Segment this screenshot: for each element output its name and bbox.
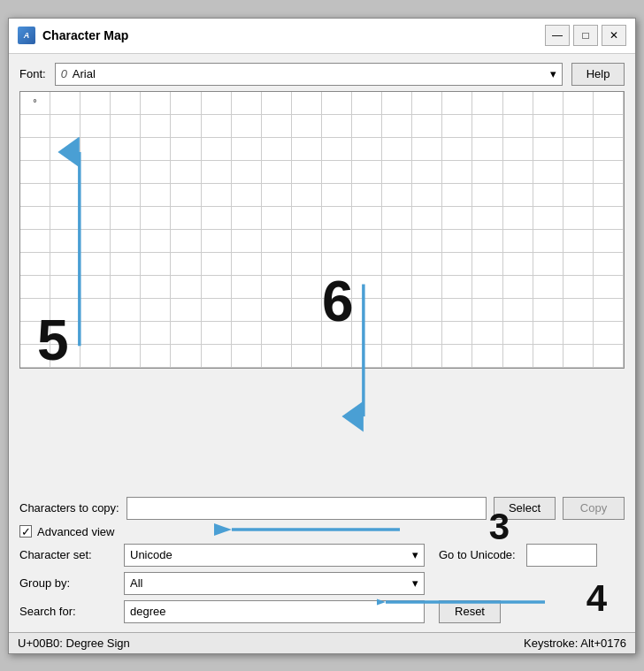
char-cell[interactable] bbox=[412, 230, 442, 253]
char-cell[interactable] bbox=[594, 299, 624, 322]
char-cell[interactable] bbox=[533, 253, 564, 276]
char-cell[interactable] bbox=[111, 184, 141, 207]
char-cell[interactable] bbox=[564, 115, 594, 138]
char-cell[interactable] bbox=[202, 115, 232, 138]
char-cell[interactable] bbox=[50, 276, 80, 299]
char-cell[interactable] bbox=[232, 92, 262, 115]
char-cell[interactable] bbox=[141, 253, 171, 276]
char-cell[interactable] bbox=[352, 276, 382, 299]
char-cell[interactable] bbox=[503, 230, 533, 253]
char-cell[interactable] bbox=[141, 230, 171, 253]
char-cell[interactable] bbox=[80, 299, 111, 322]
char-cell[interactable] bbox=[80, 115, 111, 138]
char-cell[interactable] bbox=[472, 253, 502, 276]
char-cell[interactable] bbox=[111, 115, 141, 138]
char-cell[interactable] bbox=[80, 184, 111, 207]
char-cell[interactable] bbox=[412, 207, 442, 230]
char-cell[interactable] bbox=[232, 207, 262, 230]
char-cell[interactable] bbox=[564, 299, 594, 322]
char-cell[interactable] bbox=[20, 138, 50, 161]
char-cell[interactable] bbox=[503, 299, 533, 322]
char-cell[interactable] bbox=[442, 345, 472, 368]
reset-button[interactable]: Reset bbox=[439, 600, 501, 623]
close-button[interactable]: ✕ bbox=[602, 25, 626, 46]
char-cell[interactable] bbox=[442, 184, 472, 207]
char-cell[interactable] bbox=[50, 207, 80, 230]
char-cell[interactable] bbox=[80, 345, 111, 368]
char-cell[interactable] bbox=[472, 207, 502, 230]
char-cell[interactable] bbox=[111, 230, 141, 253]
char-cell[interactable] bbox=[111, 207, 141, 230]
char-cell[interactable] bbox=[382, 115, 412, 138]
char-cell[interactable] bbox=[503, 207, 533, 230]
char-cell[interactable] bbox=[20, 253, 50, 276]
char-cell[interactable] bbox=[80, 253, 111, 276]
char-cell[interactable] bbox=[50, 253, 80, 276]
char-cell[interactable] bbox=[472, 276, 502, 299]
char-cell[interactable] bbox=[442, 138, 472, 161]
char-cell[interactable] bbox=[50, 161, 80, 184]
char-cell[interactable] bbox=[322, 92, 352, 115]
char-cell[interactable] bbox=[503, 184, 533, 207]
char-cell[interactable] bbox=[262, 138, 292, 161]
char-cell[interactable] bbox=[352, 138, 382, 161]
char-cell[interactable] bbox=[503, 322, 533, 345]
char-cell[interactable] bbox=[232, 184, 262, 207]
char-cell[interactable] bbox=[533, 138, 564, 161]
char-cell[interactable] bbox=[442, 276, 472, 299]
char-cell[interactable] bbox=[232, 138, 262, 161]
char-cell[interactable] bbox=[322, 230, 352, 253]
char-cell[interactable] bbox=[472, 92, 502, 115]
char-cell[interactable] bbox=[503, 138, 533, 161]
char-cell[interactable] bbox=[322, 115, 352, 138]
char-cell[interactable] bbox=[232, 253, 262, 276]
char-cell[interactable] bbox=[503, 345, 533, 368]
char-cell[interactable] bbox=[322, 161, 352, 184]
char-cell[interactable] bbox=[232, 230, 262, 253]
groupby-select[interactable]: All ▾ bbox=[124, 572, 425, 595]
char-cell[interactable] bbox=[564, 253, 594, 276]
char-cell[interactable] bbox=[202, 230, 232, 253]
char-cell[interactable] bbox=[171, 230, 201, 253]
char-cell[interactable] bbox=[594, 276, 624, 299]
char-cell[interactable] bbox=[412, 161, 442, 184]
char-cell[interactable] bbox=[442, 207, 472, 230]
char-cell[interactable] bbox=[564, 276, 594, 299]
char-cell[interactable] bbox=[352, 230, 382, 253]
char-cell[interactable]: ° bbox=[20, 92, 50, 115]
char-cell[interactable] bbox=[202, 345, 232, 368]
char-cell[interactable] bbox=[141, 276, 171, 299]
char-cell[interactable] bbox=[594, 161, 624, 184]
char-cell[interactable] bbox=[202, 253, 232, 276]
char-cell[interactable] bbox=[171, 184, 201, 207]
char-cell[interactable] bbox=[472, 115, 502, 138]
char-cell[interactable] bbox=[232, 345, 262, 368]
char-cell[interactable] bbox=[564, 345, 594, 368]
char-cell[interactable] bbox=[292, 184, 322, 207]
char-cell[interactable] bbox=[111, 138, 141, 161]
char-cell[interactable] bbox=[564, 230, 594, 253]
char-cell[interactable] bbox=[232, 322, 262, 345]
char-cell[interactable] bbox=[202, 184, 232, 207]
char-cell[interactable] bbox=[262, 253, 292, 276]
char-cell[interactable] bbox=[352, 207, 382, 230]
char-cell[interactable] bbox=[594, 253, 624, 276]
char-cell[interactable] bbox=[171, 345, 201, 368]
char-cell[interactable] bbox=[472, 184, 502, 207]
char-cell[interactable] bbox=[533, 322, 564, 345]
char-cell[interactable] bbox=[202, 161, 232, 184]
char-cell[interactable] bbox=[412, 299, 442, 322]
char-cell[interactable] bbox=[292, 299, 322, 322]
char-cell[interactable] bbox=[80, 138, 111, 161]
char-cell[interactable] bbox=[262, 92, 292, 115]
char-cell[interactable] bbox=[262, 345, 292, 368]
char-cell[interactable] bbox=[564, 161, 594, 184]
char-cell[interactable] bbox=[322, 184, 352, 207]
char-cell[interactable] bbox=[232, 299, 262, 322]
char-cell[interactable] bbox=[141, 138, 171, 161]
char-cell[interactable] bbox=[202, 299, 232, 322]
char-cell[interactable] bbox=[171, 253, 201, 276]
characters-to-copy-input[interactable] bbox=[126, 497, 487, 520]
char-cell[interactable] bbox=[412, 345, 442, 368]
char-cell[interactable] bbox=[472, 299, 502, 322]
